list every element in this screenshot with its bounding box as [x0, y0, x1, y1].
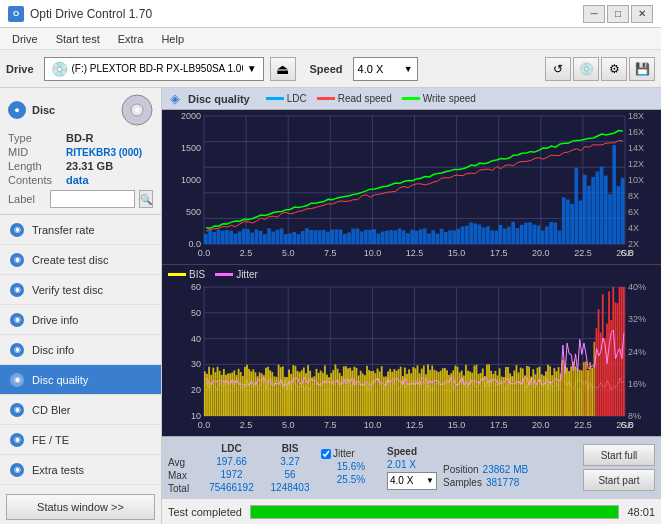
- save-button[interactable]: 💾: [629, 57, 655, 81]
- legend-bis-label: BIS: [189, 269, 205, 280]
- jitter-checkbox[interactable]: [321, 449, 331, 459]
- disc-button[interactable]: 💿: [573, 57, 599, 81]
- sidebar-item-disc-quality[interactable]: ◉ Disc quality: [0, 365, 161, 395]
- label-input[interactable]: [50, 190, 135, 208]
- svg-point-2: [135, 108, 139, 112]
- speed-label: Speed: [310, 63, 343, 75]
- menu-help[interactable]: Help: [153, 31, 192, 47]
- sidebar-item-disc-info[interactable]: ◉ Disc info: [0, 335, 161, 365]
- cd-bler-icon: ◉: [10, 403, 24, 417]
- disc-quality-icon: ◉: [10, 373, 24, 387]
- quality-panel-header: ◈ Disc quality LDC Read speed Write spee…: [162, 88, 661, 110]
- drive-icon: 💿: [51, 61, 68, 77]
- start-part-button[interactable]: Start part: [583, 469, 655, 491]
- disc-section: ● Disc Type BD-R MID RITEKBR3 (000): [0, 88, 161, 215]
- chart1-canvas: [162, 110, 661, 264]
- type-val: BD-R: [66, 132, 94, 144]
- start-full-button[interactable]: Start full: [583, 444, 655, 466]
- sidebar-item-extra-tests[interactable]: ◉ Extra tests: [0, 455, 161, 485]
- jitter-header: Jitter: [333, 448, 355, 459]
- drive-info-icon: ◉: [10, 313, 24, 327]
- bis-col: BIS 3.27 56 1248403: [265, 443, 315, 493]
- app-title: Opti Drive Control 1.70: [30, 7, 152, 21]
- samples-val: 381778: [486, 477, 519, 488]
- content-area: ◈ Disc quality LDC Read speed Write spee…: [162, 88, 661, 524]
- max-jitter: 25.5%: [321, 474, 381, 485]
- app-icon: O: [8, 6, 24, 22]
- legend-read: Read speed: [317, 93, 392, 104]
- close-button[interactable]: ✕: [631, 5, 653, 23]
- transfer-rate-icon: ◉: [10, 223, 24, 237]
- label-search-button[interactable]: 🔍: [139, 190, 153, 208]
- create-test-label: Create test disc: [32, 254, 108, 266]
- legend-jitter-label: Jitter: [236, 269, 258, 280]
- legend-write: Write speed: [402, 93, 476, 104]
- bis-header: BIS: [265, 443, 315, 454]
- menu-start-test[interactable]: Start test: [48, 31, 108, 47]
- create-test-icon: ◉: [10, 253, 24, 267]
- legend-ldc: LDC: [266, 93, 307, 104]
- extra-tests-label: Extra tests: [32, 464, 84, 476]
- sidebar-item-create-test[interactable]: ◉ Create test disc: [0, 245, 161, 275]
- position-key: Position: [443, 464, 479, 475]
- restore-button[interactable]: □: [607, 5, 629, 23]
- progress-bar-container: [250, 505, 619, 519]
- toolbar: Drive 💿 (F:) PLEXTOR BD-R PX-LB950SA 1.0…: [0, 50, 661, 88]
- sidebar-item-fe-te[interactable]: ◉ FE / TE: [0, 425, 161, 455]
- eject-button[interactable]: ⏏: [270, 57, 296, 81]
- menu-drive[interactable]: Drive: [4, 31, 46, 47]
- bottom-bar: Test completed 48:01: [162, 498, 661, 524]
- speed-selector[interactable]: 4.0 X ▼: [353, 57, 418, 81]
- position-row: Position 23862 MB: [443, 464, 577, 475]
- total-label: Total: [168, 483, 198, 494]
- disc-type-row: Type BD-R: [8, 132, 153, 144]
- disc-thumbnail: [121, 94, 153, 126]
- verify-test-label: Verify test disc: [32, 284, 103, 296]
- main-layout: ● Disc Type BD-R MID RITEKBR3 (000): [0, 88, 661, 524]
- sidebar-item-transfer-rate[interactable]: ◉ Transfer rate: [0, 215, 161, 245]
- read-color: [317, 97, 335, 100]
- legend-write-label: Write speed: [423, 93, 476, 104]
- speed-select-arrow: ▼: [426, 476, 434, 485]
- chart2-header: BIS Jitter: [162, 265, 661, 283]
- fe-te-icon: ◉: [10, 433, 24, 447]
- legend-read-label: Read speed: [338, 93, 392, 104]
- minimize-button[interactable]: ─: [583, 5, 605, 23]
- drive-label: Drive: [6, 63, 34, 75]
- action-buttons: Start full Start part: [583, 444, 655, 491]
- sidebar-item-verify-test[interactable]: ◉ Verify test disc: [0, 275, 161, 305]
- refresh-button[interactable]: ↺: [545, 57, 571, 81]
- ldc-color: [266, 97, 284, 100]
- total-ldc: 75466192: [204, 482, 259, 493]
- disc-header: ● Disc: [8, 94, 153, 126]
- contents-val: data: [66, 174, 89, 186]
- ldc-header: LDC: [204, 443, 259, 454]
- status-btn-label: Status window >>: [37, 501, 124, 513]
- label-row: Label 🔍: [8, 190, 153, 208]
- chart1-legend: LDC Read speed Write speed: [266, 93, 476, 104]
- sidebar-item-cd-bler[interactable]: ◉ CD Bler: [0, 395, 161, 425]
- chart1-container: [162, 110, 661, 265]
- stats-labels: Avg Max Total: [168, 441, 198, 494]
- drive-selector[interactable]: 💿 (F:) PLEXTOR BD-R PX-LB950SA 1.06 ▼: [44, 57, 264, 81]
- titlebar-left: O Opti Drive Control 1.70: [8, 6, 152, 22]
- time-display: 48:01: [627, 506, 655, 518]
- sidebar-item-drive-info[interactable]: ◉ Drive info: [0, 305, 161, 335]
- samples-key: Samples: [443, 477, 482, 488]
- disc-contents-row: Contents data: [8, 174, 153, 186]
- stats-bar: Avg Max Total LDC 197.66 1972 75466192 B…: [162, 436, 661, 498]
- disc-quality-label: Disc quality: [32, 374, 88, 386]
- stats-header-spacer: [168, 441, 198, 455]
- menu-extra[interactable]: Extra: [110, 31, 152, 47]
- contents-key: Contents: [8, 174, 66, 186]
- max-speed-selector[interactable]: 4.0 X ▼: [387, 472, 437, 490]
- progress-bar-fill: [251, 506, 618, 518]
- length-val: 23.31 GB: [66, 160, 113, 172]
- avg-speed: 2.01 X: [387, 459, 437, 470]
- total-bis: 1248403: [265, 482, 315, 493]
- label-key: Label: [8, 193, 46, 205]
- drive-info-label: Drive info: [32, 314, 78, 326]
- nav-items: ◉ Transfer rate ◉ Create test disc ◉ Ver…: [0, 215, 161, 490]
- settings-button[interactable]: ⚙: [601, 57, 627, 81]
- status-window-button[interactable]: Status window >>: [6, 494, 155, 520]
